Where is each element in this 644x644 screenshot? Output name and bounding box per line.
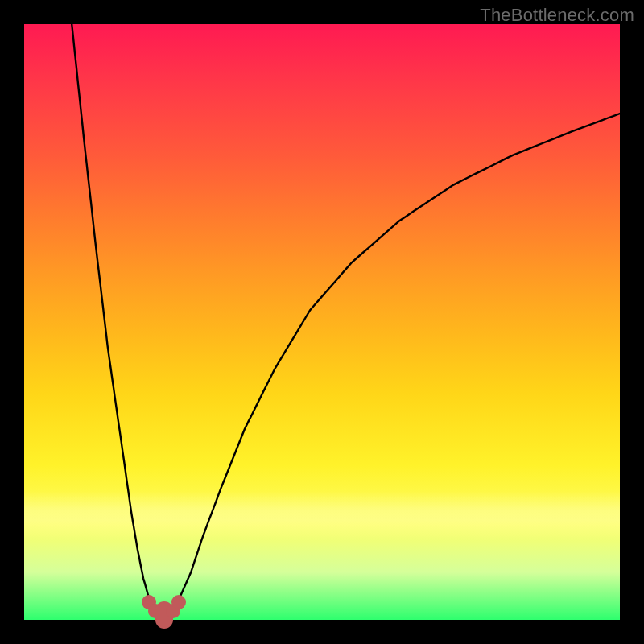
- optimal-marker: [171, 595, 186, 609]
- curve-left-branch: [72, 24, 155, 611]
- highlight-band: [24, 491, 620, 539]
- chart-area: [24, 24, 620, 620]
- watermark-text: TheBottleneck.com: [480, 5, 634, 26]
- curve-right-branch: [173, 114, 620, 611]
- bottleneck-curve: [24, 24, 620, 620]
